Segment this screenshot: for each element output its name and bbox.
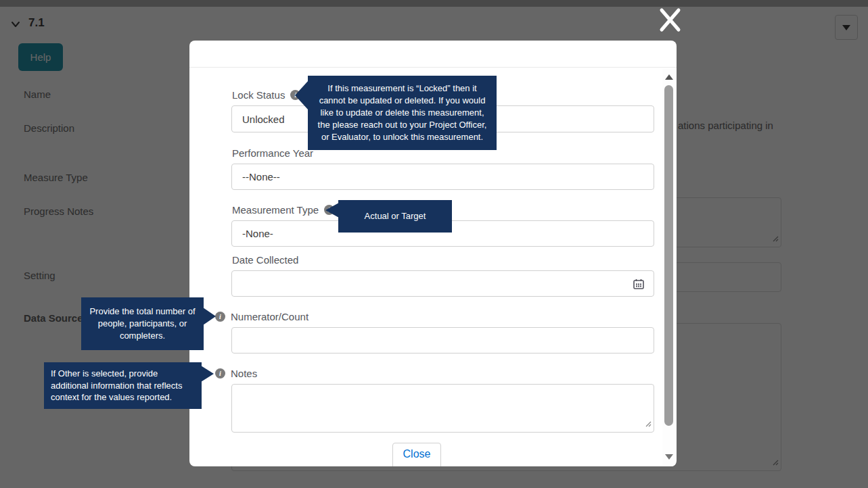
lock-status-tooltip: If this measurement is “Locked” then it … bbox=[308, 76, 497, 150]
numerator-label: Numerator/Count bbox=[231, 311, 309, 322]
scroll-up-icon[interactable] bbox=[665, 74, 673, 80]
calendar-icon[interactable] bbox=[633, 278, 645, 292]
performance-year-select[interactable]: --None-- bbox=[231, 164, 654, 190]
performance-year-value: --None-- bbox=[242, 171, 280, 182]
performance-year-label: Performance Year bbox=[232, 147, 313, 159]
close-button-label: Close bbox=[403, 448, 431, 460]
notes-label: Notes bbox=[231, 368, 257, 379]
measurement-type-tooltip-arrow bbox=[325, 203, 339, 218]
numerator-tooltip: Provide the total number of people, part… bbox=[81, 297, 204, 350]
modal-scrollbar[interactable] bbox=[662, 69, 676, 466]
lock-status-value: Unlocked bbox=[242, 114, 285, 125]
measurement-type-label-row: Measurement Type i bbox=[232, 204, 334, 216]
measurement-type-tooltip: Actual or Target bbox=[338, 200, 452, 233]
info-glyph: i bbox=[219, 370, 221, 377]
resize-handle-icon[interactable] bbox=[645, 418, 652, 430]
numerator-label-row: i Numerator/Count bbox=[215, 311, 309, 322]
close-icon[interactable] bbox=[658, 5, 683, 32]
scroll-down-icon[interactable] bbox=[665, 454, 673, 460]
date-collected-label: Date Collected bbox=[232, 254, 298, 266]
notes-textarea[interactable] bbox=[231, 384, 654, 433]
lock-status-tooltip-arrow bbox=[295, 80, 309, 110]
date-collected-input[interactable] bbox=[231, 270, 654, 297]
notes-label-row: i Notes bbox=[215, 368, 257, 379]
modal-header bbox=[189, 41, 677, 68]
measurement-type-label: Measurement Type bbox=[232, 204, 319, 216]
scrollbar-thumb[interactable] bbox=[664, 85, 673, 426]
notes-tooltip: If Other is selected, provide additional… bbox=[44, 362, 202, 409]
numerator-input[interactable] bbox=[231, 327, 654, 353]
page: 7.1 Help Name Description Measure Type P… bbox=[0, 0, 868, 488]
lock-status-label: Lock Status bbox=[232, 89, 285, 101]
measurement-type-value: -None- bbox=[242, 228, 273, 239]
info-glyph: i bbox=[219, 313, 221, 320]
lock-status-label-row: Lock Status i bbox=[232, 89, 300, 101]
notes-tooltip-arrow bbox=[201, 366, 214, 382]
close-button[interactable]: Close bbox=[392, 443, 441, 466]
info-icon[interactable]: i bbox=[215, 312, 225, 322]
info-icon[interactable]: i bbox=[215, 368, 225, 379]
numerator-tooltip-arrow bbox=[203, 308, 216, 325]
